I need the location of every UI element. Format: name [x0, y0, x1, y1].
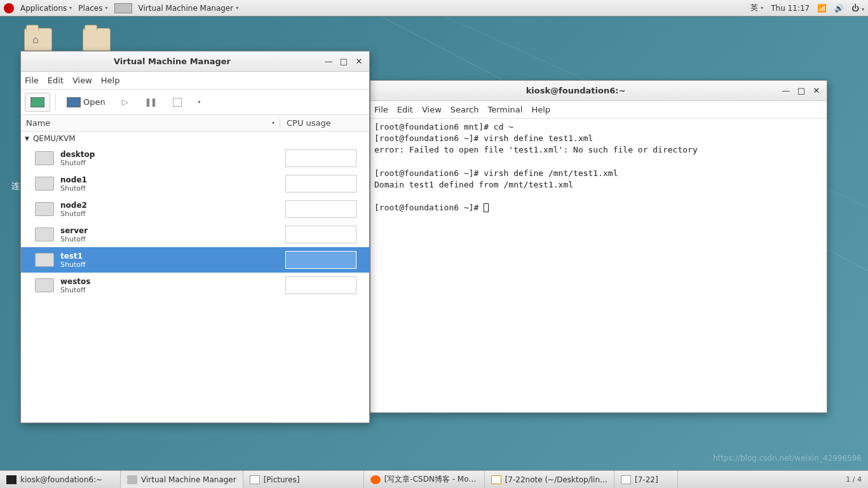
chevron-down-icon: ▾	[198, 99, 201, 105]
sort-icon: ▾	[272, 120, 275, 126]
ime-indicator[interactable]: 英 ▾	[750, 3, 763, 13]
pause-icon: ❚❚	[145, 97, 156, 107]
vmm-panel-icon	[114, 3, 132, 13]
run-button[interactable]: ▷	[116, 93, 134, 112]
vm-row[interactable]: node1Shutoff	[21, 171, 369, 196]
menu-help[interactable]: Help	[531, 105, 550, 114]
menu-view[interactable]: View	[422, 105, 442, 114]
vm-name: test1	[60, 252, 280, 261]
taskbar-item-firefox[interactable]: [写文章-CSDN博客 - Mo…	[364, 471, 485, 488]
vm-monitor-icon	[35, 253, 54, 267]
cpu-usage-graph	[285, 175, 356, 193]
close-button[interactable]: ✕	[811, 86, 822, 96]
folder-icon	[250, 475, 260, 484]
pause-button[interactable]: ❚❚	[139, 93, 162, 112]
maximize-button[interactable]: □	[339, 57, 349, 67]
close-button[interactable]: ✕	[354, 57, 364, 67]
taskbar-item-terminal[interactable]: kiosk@foundation6:~	[0, 471, 121, 488]
wifi-icon[interactable]: 📶	[817, 4, 827, 13]
shutdown-button[interactable]	[167, 93, 187, 112]
vm-row[interactable]: desktopShutoff	[21, 146, 369, 171]
vmm-connection-group[interactable]: ▼ QEMU/KVM	[21, 132, 369, 146]
vmm-window: Virtual Machine Manager — □ ✕ File Edit …	[20, 51, 370, 423]
clock[interactable]: Thu 11:17	[771, 4, 810, 13]
vm-state: Shutoff	[60, 235, 280, 243]
play-icon: ▷	[122, 97, 128, 107]
menu-edit[interactable]: Edit	[397, 105, 413, 114]
vm-state: Shutoff	[60, 261, 280, 269]
menu-edit[interactable]: Edit	[48, 76, 64, 85]
taskbar-item-vmm[interactable]: Virtual Machine Manager	[121, 471, 243, 488]
menu-file[interactable]: File	[25, 76, 39, 85]
menu-search[interactable]: Search	[451, 105, 479, 114]
taskbar-item-gedit[interactable]: [7-22note (~/Desktop/lin…	[485, 471, 614, 488]
volume-icon[interactable]: 🔊	[834, 4, 844, 13]
new-vm-button[interactable]	[25, 93, 50, 112]
vm-row[interactable]: test1Shutoff	[21, 247, 369, 273]
desktop-partial-label: 连	[11, 180, 20, 192]
folder-icon[interactable]	[81, 28, 112, 51]
terminal-output[interactable]: [root@foundation6 mnt]# cd ~ [root@found…	[370, 119, 827, 217]
workspace-switcher[interactable]: 1 / 4	[839, 471, 868, 488]
cpu-usage-graph	[285, 226, 356, 243]
vm-monitor-icon	[35, 177, 54, 191]
vm-state: Shutoff	[60, 210, 280, 218]
vm-list: desktopShutoffnode1Shutoffnode2Shutoffse…	[21, 146, 369, 298]
gedit-icon	[491, 475, 501, 484]
connection-label: QEMU/KVM	[33, 134, 76, 143]
vmm-menu[interactable]: Virtual Machine Manager ▾	[139, 4, 239, 13]
firefox-icon	[370, 475, 381, 484]
vmm-icon	[127, 475, 137, 484]
taskbar-item-pictures[interactable]: [Pictures]	[243, 471, 364, 488]
vm-state: Shutoff	[60, 184, 280, 193]
power-icon[interactable]: ⏻ ▾	[851, 4, 864, 13]
vmm-column-headers: Name▾ CPU usage	[21, 115, 369, 132]
vmm-menubar: File Edit View Help	[21, 72, 369, 90]
stop-icon	[173, 98, 182, 107]
vm-name: node1	[60, 175, 280, 184]
vm-state: Shutoff	[60, 159, 280, 167]
terminal-titlebar[interactable]: kiosk@foundation6:~ — □ ✕	[370, 81, 827, 101]
taskbar: kiosk@foundation6:~ Virtual Machine Mana…	[0, 470, 868, 488]
cpu-usage-graph	[285, 200, 356, 218]
vm-state: Shutoff	[60, 286, 280, 294]
vm-name: server	[60, 226, 280, 235]
top-panel: Applications ▾ Places ▾ Virtual Machine …	[0, 0, 868, 17]
vm-monitor-icon	[35, 227, 54, 241]
vm-row[interactable]: westosShutoff	[21, 273, 369, 298]
redhat-icon	[4, 3, 14, 13]
vmm-titlebar[interactable]: Virtual Machine Manager — □ ✕	[21, 51, 369, 72]
vm-name: desktop	[60, 150, 280, 159]
places-menu[interactable]: Places ▾	[78, 4, 107, 13]
menu-view[interactable]: View	[72, 76, 92, 85]
terminal-window: kiosk@foundation6:~ — □ ✕ File Edit View…	[370, 80, 827, 413]
watermark: https://blog.csdn.net/weixin_42996596	[713, 454, 862, 463]
column-cpu[interactable]: CPU usage	[280, 118, 331, 128]
menu-file[interactable]: File	[374, 105, 388, 114]
cpu-usage-graph	[285, 276, 356, 294]
vm-name: westos	[60, 277, 280, 286]
vm-row[interactable]: serverShutoff	[21, 222, 369, 247]
vm-monitor-icon	[35, 202, 54, 216]
applications-menu[interactable]: Applications ▾	[20, 4, 72, 13]
vmm-toolbar: Open ▷ ❚❚ ▾	[21, 90, 369, 115]
vm-monitor-icon	[35, 151, 54, 165]
minimize-button[interactable]: —	[323, 57, 334, 67]
home-folder-icon[interactable]: ⌂	[23, 28, 53, 51]
menu-terminal[interactable]: Terminal	[487, 105, 522, 114]
open-button[interactable]: Open	[61, 93, 111, 112]
cpu-usage-graph	[285, 149, 356, 167]
separator	[55, 94, 56, 111]
vm-row[interactable]: node2Shutoff	[21, 196, 369, 222]
terminal-icon	[6, 475, 17, 484]
column-name[interactable]: Name▾	[21, 118, 280, 128]
vm-name: node2	[60, 201, 280, 210]
shutdown-menu-button[interactable]: ▾	[193, 93, 207, 112]
monitor-icon	[67, 97, 81, 107]
terminal-cursor	[484, 203, 489, 212]
taskbar-item-other[interactable]: [7-22]	[614, 471, 678, 488]
maximize-button[interactable]: □	[796, 86, 806, 96]
cpu-usage-graph	[285, 251, 356, 269]
menu-help[interactable]: Help	[101, 76, 120, 85]
minimize-button[interactable]: —	[781, 86, 791, 96]
